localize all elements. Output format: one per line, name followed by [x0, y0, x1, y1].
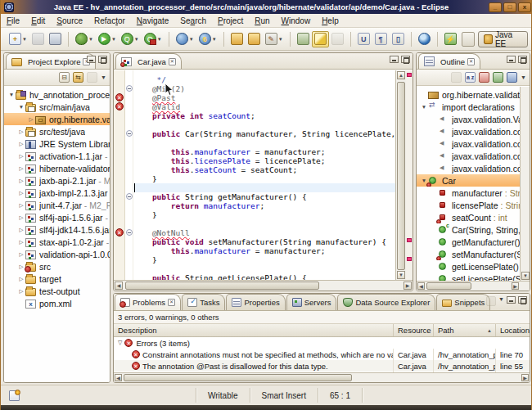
- menu-search[interactable]: Search: [174, 16, 212, 26]
- outline-tree-item[interactable]: manufacturer : String: [417, 187, 520, 199]
- outline-tree-item[interactable]: javax.validation.constr: [417, 150, 520, 162]
- open-folder-button[interactable]: [246, 31, 263, 47]
- chevron-collapsed-icon[interactable]: ▷: [17, 141, 25, 147]
- scrollbar-thumb[interactable]: [426, 282, 471, 290]
- new-wizard-button[interactable]: +▼: [7, 31, 29, 47]
- project-tree-item[interactable]: ▷slf4j-api-1.5.6.jar - M2: [4, 211, 110, 223]
- project-tree-item[interactable]: xpom.xml: [4, 297, 110, 309]
- team-sync-button[interactable]: ⚡: [442, 31, 459, 47]
- block-selection-button[interactable]: ▯: [390, 31, 407, 47]
- chevron-down-icon[interactable]: ▼: [189, 37, 194, 42]
- collapse-fold-icon[interactable]: [126, 229, 133, 236]
- chevron-collapsed-icon[interactable]: ▷: [17, 251, 25, 258]
- chevron-collapsed-icon[interactable]: ▷: [17, 178, 25, 184]
- sort-icon[interactable]: a z: [465, 72, 476, 83]
- project-tree-item[interactable]: ▷target: [4, 273, 110, 285]
- chevron-down-icon[interactable]: ▼: [498, 296, 504, 306]
- close-icon[interactable]: ✕: [168, 299, 175, 306]
- error-mark[interactable]: [407, 257, 412, 261]
- error-marker-icon[interactable]: ✕: [115, 102, 124, 110]
- tab-outline[interactable]: Outline ✕: [418, 53, 480, 69]
- scroll-down-icon[interactable]: ▼: [397, 271, 405, 279]
- minimize-button[interactable]: _: [489, 2, 502, 12]
- tab-snippets[interactable]: Snippets: [436, 294, 490, 310]
- menu-edit[interactable]: Edit: [25, 16, 51, 26]
- maximize-view-icon[interactable]: [98, 56, 107, 63]
- project-tree-item[interactable]: ▷jaxb-api-2.1.jar - M2_P: [4, 174, 110, 187]
- chevron-collapsed-icon[interactable]: ▷: [17, 276, 25, 282]
- editor-fold-column[interactable]: [125, 70, 133, 280]
- new-web-service-button[interactable]: ▼: [174, 31, 196, 47]
- minimize-view-icon[interactable]: [87, 56, 96, 63]
- outline-tree-item[interactable]: ▼import declarations: [417, 101, 520, 113]
- open-perspective-button[interactable]: [462, 32, 475, 47]
- maximize-view-icon[interactable]: [518, 56, 527, 63]
- project-tree-item[interactable]: ▷jaxb-impl-2.1.3.jar - M: [4, 187, 110, 199]
- chevron-collapsed-icon[interactable]: ▷: [17, 227, 25, 233]
- debug-button[interactable]: ▼: [73, 31, 96, 47]
- tab-problems[interactable]: Problems✕: [115, 294, 181, 310]
- error-mark[interactable]: [407, 73, 412, 77]
- column-header-path[interactable]: Path▲: [434, 324, 496, 336]
- run-button[interactable]: ▼: [96, 31, 119, 47]
- chevron-down-icon[interactable]: ▼: [88, 37, 93, 42]
- outline-tree-item[interactable]: licensePlate : String: [417, 199, 520, 211]
- menu-help[interactable]: Help: [316, 16, 345, 26]
- print-button[interactable]: [47, 31, 64, 47]
- scroll-left-icon[interactable]: ◀: [115, 282, 123, 290]
- outline-tree-item[interactable]: setManufacturer(Strin: [417, 248, 520, 260]
- minimize-view-icon[interactable]: [390, 56, 399, 63]
- close-icon[interactable]: ✕: [467, 58, 475, 65]
- chevron-collapsed-icon[interactable]: ▷: [17, 214, 25, 221]
- scrollbar-thumb[interactable]: [397, 82, 405, 270]
- chevron-collapsed-icon[interactable]: ▷: [27, 116, 35, 123]
- scroll-right-icon[interactable]: ▶: [512, 282, 519, 290]
- scroll-right-icon[interactable]: ▶: [404, 282, 412, 290]
- outline-tree-item[interactable]: seatCount : int: [417, 211, 520, 223]
- chevron-collapsed-icon[interactable]: ▷: [17, 165, 25, 172]
- scroll-right-icon[interactable]: ▶: [521, 374, 529, 381]
- column-header-description[interactable]: Description: [114, 324, 394, 336]
- chevron-collapsed-icon[interactable]: ▷: [17, 239, 25, 246]
- outline-tree-item[interactable]: getLicensePlate() : Str: [417, 260, 520, 273]
- project-tree-item[interactable]: ▼src/main/java: [4, 101, 110, 113]
- web-service-explorer-button[interactable]: 6▼: [196, 31, 219, 47]
- outline-tree-item[interactable]: javax.validation.Valid: [417, 113, 520, 125]
- chevron-down-icon[interactable]: ▼: [157, 37, 162, 42]
- tab-tasks[interactable]: Tasks: [182, 294, 225, 310]
- java-ee-perspective-button[interactable]: Java EE: [478, 31, 528, 47]
- close-button[interactable]: x: [518, 2, 531, 12]
- minimize-view-icon[interactable]: [507, 56, 516, 63]
- project-tree-item[interactable]: ▷junit-4.7.jar - M2_REPO: [4, 199, 110, 211]
- chevron-expanded-icon[interactable]: ▽: [118, 340, 122, 346]
- editor-horizontal-scrollbar[interactable]: ◀ ▶: [114, 280, 413, 291]
- chevron-down-icon[interactable]: ▼: [278, 37, 283, 42]
- outline-tree-item[interactable]: ▼Car: [417, 174, 520, 187]
- hide-static-members-icon[interactable]: [493, 72, 503, 83]
- run-external-button[interactable]: Q▼: [142, 31, 165, 47]
- project-tree-item[interactable]: ▷src: [4, 260, 110, 273]
- menu-file[interactable]: File: [1, 16, 25, 26]
- chevron-down-icon[interactable]: ▼: [22, 37, 27, 42]
- outline-vertical-scrollbar[interactable]: ▼: [520, 87, 530, 281]
- scroll-left-icon[interactable]: ◀: [417, 282, 425, 290]
- outline-tree-item[interactable]: org.hibernate.validator.a: [417, 88, 520, 101]
- collapse-fold-icon[interactable]: [126, 130, 133, 137]
- editor-vertical-scrollbar[interactable]: ▲ ▼: [395, 70, 406, 280]
- editor-overview-ruler[interactable]: [406, 70, 413, 280]
- outline-horizontal-scrollbar[interactable]: ◀ ▶: [417, 281, 530, 291]
- link-with-editor-icon[interactable]: ⇆: [73, 72, 83, 83]
- error-mark[interactable]: [407, 238, 412, 242]
- view-menu-icon[interactable]: [87, 72, 97, 83]
- menu-project[interactable]: Project: [212, 16, 249, 26]
- open-archive-button[interactable]: [228, 31, 246, 47]
- collapse-all-icon[interactable]: ⊟: [59, 72, 70, 83]
- scroll-down-icon[interactable]: ▼: [521, 272, 530, 280]
- search-button[interactable]: ✎▼: [263, 31, 286, 47]
- tab-properties[interactable]: Properties: [226, 294, 285, 310]
- problem-row[interactable]: ✕The annotation @Past is disallowed for …: [114, 360, 530, 372]
- tab-servers[interactable]: Servers: [286, 294, 337, 310]
- problems-horizontal-scrollbar[interactable]: ◀ ▶: [114, 372, 530, 382]
- menu-run[interactable]: Run: [249, 16, 275, 26]
- code-area[interactable]: */ @Min(2) @Past @Valid private int seat…: [133, 70, 395, 280]
